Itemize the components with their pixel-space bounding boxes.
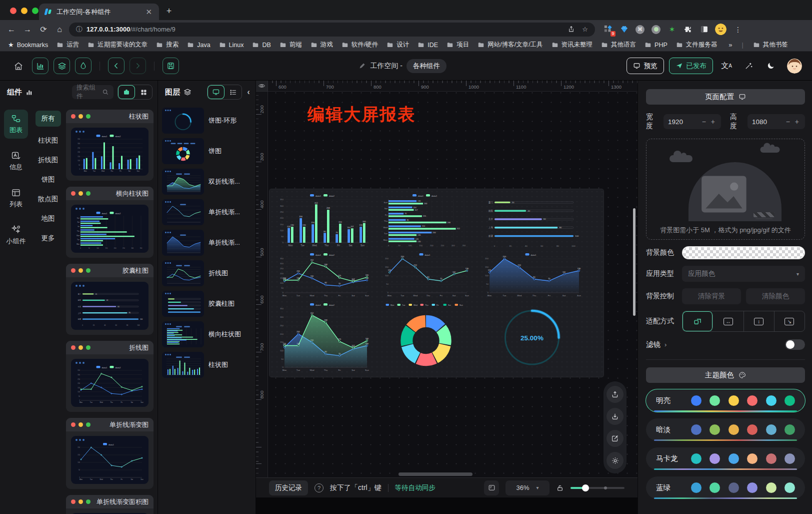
browser-tab[interactable]: 工作空间-各种组件 ✕ — [39, 4, 159, 20]
close-window-button[interactable] — [10, 8, 16, 14]
workspace-name-pill[interactable]: 各种组件 — [406, 59, 446, 73]
component-card[interactable]: 胶囊柱图 厦门20南阳40北京60上海80新疆100020406080100 — [66, 264, 154, 335]
bookmark-folder[interactable]: 设计 — [386, 41, 409, 49]
maximize-window-button[interactable] — [32, 8, 38, 14]
layer-item[interactable]: 单折线渐... — [162, 199, 252, 225]
home-icon[interactable]: ⌂ — [53, 25, 66, 34]
category-item[interactable]: 饼图 — [40, 174, 57, 185]
slider-knob[interactable] — [582, 484, 589, 491]
minus-icon[interactable]: − — [700, 118, 708, 126]
canvas-chart-capsule[interactable]: 厦门20南阳40北京60上海80新疆100020406080100 — [480, 193, 584, 248]
sidebar-toggle-icon[interactable] — [699, 25, 709, 35]
chevron-right-icon[interactable]: › — [664, 341, 666, 348]
bookmark-folder[interactable]: 近期需要读的文章 — [88, 41, 148, 49]
zoom-select[interactable]: 36%▾ — [506, 480, 550, 495]
theme-row[interactable]: 马卡龙 — [646, 447, 805, 470]
reload-icon[interactable]: ⟳ — [37, 25, 50, 34]
bg-color-swatch[interactable] — [682, 246, 805, 259]
lock-icon[interactable] — [556, 484, 564, 492]
bookmarks-manager[interactable]: ★Bookmarks — [8, 41, 48, 49]
app-type-select[interactable]: 应用颜色 ▾ — [682, 266, 805, 282]
extension-puzzle-icon[interactable] — [683, 25, 693, 35]
layers-panel-toggle-button[interactable] — [54, 58, 70, 74]
canvas-chart-gradient-area[interactable]: data1050100150200MonTueWedThuFriSatSun12… — [480, 252, 584, 298]
download-button[interactable] — [606, 408, 624, 425]
layer-item[interactable]: 胶囊柱图 — [162, 291, 252, 317]
bookmark-folder[interactable]: 网站/博客/文章/工具 — [478, 41, 542, 49]
bookmark-star-icon[interactable]: ☆ — [582, 26, 588, 33]
bookmark-folder[interactable]: Linux — [219, 42, 244, 49]
bookmark-folder[interactable]: 资讯未整理 — [552, 41, 593, 49]
history-button[interactable]: 历史记录 — [269, 480, 308, 495]
plus-icon[interactable]: + — [710, 118, 716, 126]
category-item[interactable]: 地图 — [40, 213, 57, 224]
browser-menu-icon[interactable]: ⋮ — [732, 26, 744, 34]
app-home-icon[interactable] — [10, 61, 27, 71]
extension-command-icon[interactable]: ⌘ — [635, 25, 645, 35]
minus-icon[interactable]: − — [784, 118, 792, 126]
bookmark-folder[interactable]: 前端 — [280, 41, 302, 49]
user-avatar[interactable] — [787, 59, 802, 74]
bookmarks-overflow-chevron[interactable]: » — [728, 41, 732, 49]
component-card[interactable]: 单折线渐变图 data1050100150200MonTueWedThuFriS… — [66, 418, 154, 489]
fit-auto-button[interactable] — [682, 311, 713, 331]
theme-row[interactable]: 暗淡 — [646, 418, 805, 441]
plus-icon[interactable]: + — [794, 118, 800, 126]
fit-stretch-button[interactable]: ↘ — [774, 311, 804, 331]
layer-item[interactable]: 单折线渐... — [162, 230, 252, 256]
console-layout-button[interactable] — [484, 480, 499, 495]
bookmark-folder[interactable]: PHP — [644, 42, 668, 49]
canvas-chart-horizontal-bar[interactable]: data1data2050100150200250300350Sun130160… — [380, 193, 472, 248]
ruler-corner[interactable] — [256, 81, 268, 92]
clear-background-button[interactable]: 清除背景 — [682, 288, 741, 304]
new-tab-button[interactable]: + — [162, 4, 176, 18]
component-card[interactable]: 单折线渐变面积图 data1050100150200MonTueWedThuFr… — [66, 495, 154, 514]
layer-item[interactable]: 饼图-环形 — [162, 108, 252, 134]
chart-group-board[interactable]: data1data2050100150200250300350Mon120130… — [270, 189, 604, 377]
thumbnail-view-button[interactable] — [208, 85, 224, 99]
extension-gem-icon[interactable] — [619, 25, 629, 35]
category-item[interactable]: 折线图 — [36, 155, 60, 166]
extension-dot-icon[interactable] — [651, 25, 661, 35]
fit-height-button[interactable]: ↕ — [744, 311, 774, 331]
bookmark-folder[interactable]: 游戏 — [310, 41, 333, 49]
redo-button[interactable] — [130, 58, 146, 74]
tab-close-icon[interactable]: ✕ — [144, 8, 154, 17]
bookmark-folder[interactable]: IDE — [418, 42, 438, 49]
bookmark-folder[interactable]: 搜索 — [156, 41, 178, 49]
publish-button[interactable]: 已发布 — [669, 58, 714, 74]
grid-view-button[interactable] — [135, 85, 152, 99]
chart-panel-toggle-button[interactable] — [32, 58, 48, 74]
list-view-button[interactable] — [224, 85, 242, 99]
layer-item[interactable]: 折线图 — [162, 260, 252, 286]
canvas-vertical-scrollbar[interactable] — [633, 208, 636, 316]
theme-row[interactable]: 明亮 — [646, 389, 805, 412]
canvas-chart-ring[interactable]: 25.00% — [480, 302, 584, 373]
component-card[interactable]: 横向柱状图 data1data2050100150200250300350Sun… — [66, 187, 154, 258]
category-item[interactable]: 柱状图 — [36, 135, 60, 146]
magic-wand-icon[interactable] — [740, 62, 757, 70]
canvas-chart-line[interactable]: data1data2050100150200250300350MonTueWed… — [274, 252, 372, 298]
forward-icon[interactable]: → — [21, 25, 34, 34]
bookmark-folder[interactable]: 项目 — [446, 41, 469, 49]
nav-item-info[interactable]: 信息 — [4, 147, 28, 176]
edit-button[interactable] — [606, 430, 624, 447]
category-item[interactable]: 散点图 — [36, 194, 60, 205]
background-upload-dropzone[interactable]: 背景图需小于 5M ，格式为 png/jpg/gif 的文件 — [646, 139, 805, 240]
canvas-text-title[interactable]: 编辑大屏报表 — [308, 103, 416, 126]
filter-toggle-switch[interactable] — [785, 339, 805, 350]
filter-toggle-button[interactable] — [75, 58, 92, 74]
undo-button[interactable] — [108, 58, 124, 74]
search-input[interactable]: 搜索组件 — [72, 85, 114, 99]
bookmark-folder[interactable]: 运营 — [56, 41, 79, 49]
address-bar[interactable]: ⓘ 127.0.0.1:3000/#/chart/home/9 ☆ — [69, 23, 595, 37]
bookmark-folder[interactable]: 文件服务器 — [676, 41, 718, 49]
share-icon[interactable] — [568, 26, 575, 33]
nav-item-widgets[interactable]: 小组件 — [4, 221, 28, 250]
back-icon[interactable]: ← — [5, 25, 18, 34]
canvas-chart-pie[interactable]: MonTueWedThuFriSatSun — [380, 302, 472, 373]
zoom-slider[interactable] — [570, 487, 624, 489]
bookmark-folder[interactable]: Java — [187, 42, 210, 49]
upload-button[interactable] — [606, 386, 624, 403]
canvas-chart-bar[interactable]: data1data2050100150200250300350Mon120130… — [274, 193, 372, 248]
